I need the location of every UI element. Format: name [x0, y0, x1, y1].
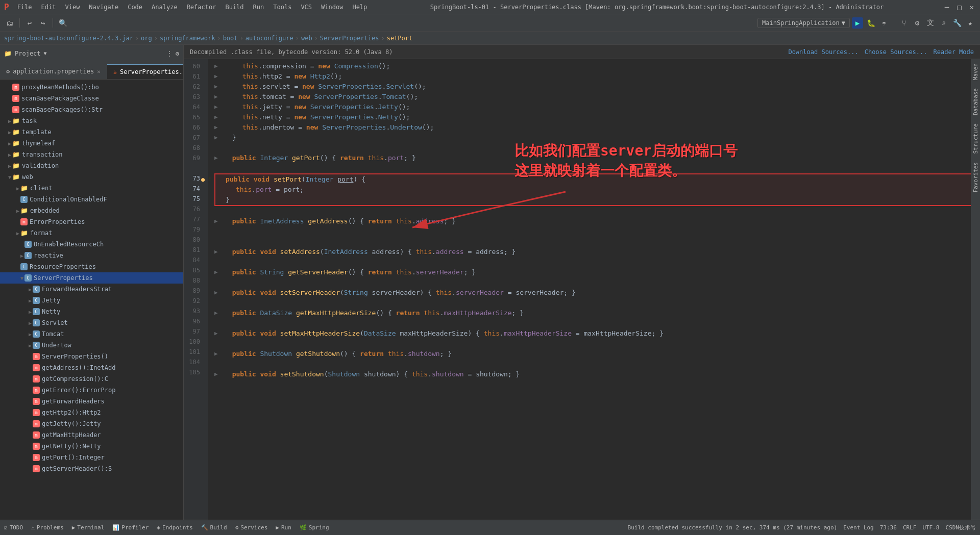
build-label: Build [210, 524, 227, 531]
tree-item-web[interactable]: ▼ 📁 web [0, 171, 183, 183]
search-icon[interactable]: 🔍 [57, 17, 68, 29]
breadcrumb-jar[interactable]: spring-boot-autoconfigure-2.4.3.jar [4, 35, 133, 42]
list-item[interactable]: m getPort():Integer [0, 452, 183, 463]
structure-tab[interactable]: Structure [971, 119, 980, 158]
bookmark-icon[interactable]: ★ [965, 17, 976, 29]
favorites-tab[interactable]: Favorites [971, 158, 980, 197]
menu-help[interactable]: Help [348, 2, 371, 12]
git-icon[interactable]: ⑂ [898, 17, 910, 29]
menu-navigate[interactable]: Navigate [85, 2, 122, 12]
reader-mode-button[interactable]: Reader Mode [934, 48, 974, 56]
menu-view[interactable]: View [61, 2, 84, 12]
menu-run[interactable]: Run [249, 2, 268, 12]
breadcrumb-org[interactable]: org [141, 35, 152, 42]
restore-button[interactable]: □ [955, 3, 963, 11]
choose-sources-link[interactable]: Choose Sources... [865, 48, 927, 56]
list-item[interactable]: ▶ C ForwardHeadersStrat [0, 284, 183, 295]
code-editor[interactable]: 60 61 62 63 64 65 66 67 68 69 73 74 75 7… [184, 59, 980, 520]
crlf-indicator[interactable]: CRLF [903, 524, 917, 531]
list-item[interactable]: m getAddress():InetAdd [0, 362, 183, 373]
list-item[interactable]: m getServerHeader():S [0, 463, 183, 474]
breadcrumb-framework[interactable]: springframework [160, 35, 215, 42]
encoding-indicator[interactable]: UTF-8 [922, 524, 939, 531]
tree-item-jetty[interactable]: ▶ C Jetty [0, 295, 183, 306]
services-item[interactable]: ⚙ Services [235, 524, 268, 531]
menu-analyze[interactable]: Analyze [148, 2, 182, 12]
breadcrumb-boot[interactable]: boot [223, 35, 238, 42]
coverage-button[interactable]: ☂ [878, 17, 890, 29]
menu-edit[interactable]: Edit [37, 2, 60, 12]
list-item[interactable]: m getMaxHttpHeader [0, 429, 183, 441]
menu-window[interactable]: Window [317, 2, 347, 12]
database-tab[interactable]: Database [971, 84, 980, 119]
tree-item-format[interactable]: ▶ 📁 format [0, 227, 183, 239]
tab-server-properties[interactable]: ☕ ServerProperties.class ✕ [107, 64, 184, 79]
tree-item-tomcat[interactable]: ▶ C Tomcat [0, 328, 183, 340]
translate-icon[interactable]: 文 [925, 17, 936, 29]
breadcrumb-autoconfigure[interactable]: autoconfigure [246, 35, 293, 42]
tree-item-netty[interactable]: ▶ C Netty [0, 306, 183, 317]
profiler-item[interactable]: 📊 Profiler [112, 524, 149, 531]
list-item[interactable]: m ErrorProperties [0, 216, 183, 227]
menu-build[interactable]: Build [221, 2, 248, 12]
list-item[interactable]: C OnEnabledResourceCh [0, 239, 183, 250]
tab-close-app-props[interactable]: ✕ [97, 68, 101, 75]
breadcrumb-web[interactable]: web [301, 35, 312, 42]
tree-item-validation[interactable]: ▶ 📁 validation [0, 160, 183, 171]
list-item[interactable]: m scanBasePackages():Str [0, 104, 183, 115]
minimize-button[interactable]: ─ [943, 3, 951, 11]
project-structure-icon[interactable]: 🗂 [4, 17, 15, 29]
debug-button[interactable]: 🐛 [865, 17, 876, 29]
run-item[interactable]: ▶ Run [276, 524, 291, 531]
tree-item-undertow[interactable]: ▶ C Undertow [0, 340, 183, 351]
download-sources-link[interactable]: Download Sources... [788, 48, 858, 56]
list-item[interactable]: C ConditionalOnEnabledF [0, 194, 183, 205]
list-item[interactable]: m getCompression():C [0, 373, 183, 385]
list-item[interactable]: m getNetty():Netty [0, 441, 183, 452]
event-log[interactable]: Event Log [843, 524, 874, 531]
tree-item-client[interactable]: ▶ 📁 client [0, 183, 183, 194]
list-item[interactable]: m ServerProperties() [0, 351, 183, 362]
list-item[interactable]: m getForwardHeaders [0, 396, 183, 407]
settings-icon[interactable]: ⚙ [912, 17, 923, 29]
build-item[interactable]: 🔨 Build [201, 524, 227, 531]
search2-icon[interactable]: ⌕ [938, 17, 949, 29]
list-item[interactable]: m scanBasePackageClasse [0, 93, 183, 104]
list-item[interactable]: C ResourceProperties [0, 261, 183, 272]
tree-item-server-properties[interactable]: ▼ C ServerProperties [0, 272, 183, 284]
menu-vcs[interactable]: VCS [297, 2, 316, 12]
menu-code[interactable]: Code [124, 2, 146, 12]
menu-refactor[interactable]: Refactor [183, 2, 220, 12]
collapse-all-icon[interactable]: ⋮ [166, 50, 173, 57]
tree-item-task[interactable]: ▶ 📁 task [0, 115, 183, 126]
tree-item-reactive[interactable]: ▶ C reactive [0, 250, 183, 261]
run-config-dropdown[interactable]: MainSpringApplication ▼ [757, 18, 850, 28]
endpoints-item[interactable]: ◈ Endpoints [157, 524, 192, 531]
menu-file[interactable]: File [13, 2, 36, 12]
tree-item-thymeleaf[interactable]: ▶ 📁 thymeleaf [0, 138, 183, 149]
problems-item[interactable]: ⚠ Problems [31, 524, 64, 531]
list-item[interactable]: m getError():ErrorProp [0, 385, 183, 396]
redo-icon[interactable]: ↪ [37, 17, 48, 29]
tree-item-template[interactable]: ▶ 📁 template [0, 126, 183, 138]
list-item[interactable]: m proxyBeanMethods():bo [0, 82, 183, 93]
todo-item[interactable]: ☑ TODO [4, 524, 23, 531]
terminal-item[interactable]: ▶ Terminal [72, 524, 105, 531]
spring-item[interactable]: 🌿 Spring [300, 524, 329, 531]
tree-item-transaction[interactable]: ▶ 📁 transaction [0, 149, 183, 160]
menu-tools[interactable]: Tools [269, 2, 296, 12]
breadcrumb-method[interactable]: setPort [387, 35, 413, 42]
list-item[interactable]: m getHttp2():Http2 [0, 407, 183, 418]
build-icon: 🔨 [201, 524, 208, 531]
list-item[interactable]: m getJetty():Jetty [0, 418, 183, 429]
undo-icon[interactable]: ↩ [24, 17, 35, 29]
tree-item-embedded[interactable]: ▶ 📁 embedded [0, 205, 183, 216]
run-button[interactable]: ▶ [852, 17, 863, 29]
wrench-icon[interactable]: 🔧 [951, 17, 963, 29]
tab-app-properties[interactable]: ⚙ application.properties ✕ [0, 64, 107, 79]
close-button[interactable]: ✕ [968, 3, 976, 11]
maven-tab[interactable]: Maven [971, 59, 980, 84]
tree-item-servlet[interactable]: ▶ C Servlet [0, 317, 183, 328]
breadcrumb-class[interactable]: ServerProperties [320, 35, 379, 42]
settings-panel-icon[interactable]: ⚙ [176, 50, 179, 57]
